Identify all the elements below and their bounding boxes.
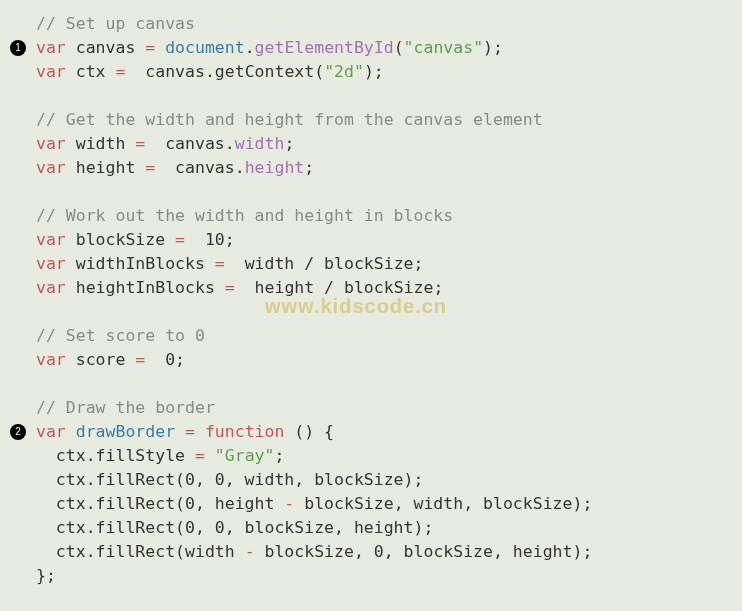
- code-line: var canvas = document.getElementById("ca…: [36, 36, 503, 60]
- code-line: var widthInBlocks = width / blockSize;: [36, 252, 423, 276]
- code-line: };: [36, 564, 56, 588]
- code-line: ctx.fillRect(0, 0, width, blockSize);: [36, 468, 423, 492]
- code-line: var score = 0;: [36, 348, 185, 372]
- code-line: var heightInBlocks = height / blockSize;: [36, 276, 443, 300]
- blank-line: [36, 180, 46, 204]
- comment: // Work out the width and height in bloc…: [36, 204, 453, 228]
- code-line: ctx.fillRect(0, height - blockSize, widt…: [36, 492, 592, 516]
- blank-line: [36, 84, 46, 108]
- code-line: var blockSize = 10;: [36, 228, 235, 252]
- blank-line: [36, 300, 46, 324]
- code-line: var drawBorder = function () {: [36, 420, 334, 444]
- comment: // Draw the border: [36, 396, 215, 420]
- code-line: ctx.fillRect(width - blockSize, 0, block…: [36, 540, 592, 564]
- marker-1-icon: 1: [10, 40, 26, 56]
- comment: // Get the width and height from the can…: [36, 108, 543, 132]
- marker-2-icon: 2: [10, 424, 26, 440]
- blank-line: [36, 372, 46, 396]
- comment: // Set score to 0: [36, 324, 205, 348]
- code-line: ctx.fillRect(0, 0, blockSize, height);: [36, 516, 433, 540]
- code-line: var width = canvas.width;: [36, 132, 294, 156]
- code-line: var ctx = canvas.getContext("2d");: [36, 60, 384, 84]
- comment: // Set up canvas: [36, 12, 195, 36]
- code-block: www.kidscode.cn // Set up canvas 1var ca…: [0, 0, 742, 611]
- code-line: var height = canvas.height;: [36, 156, 314, 180]
- code-line: ctx.fillStyle = "Gray";: [36, 444, 284, 468]
